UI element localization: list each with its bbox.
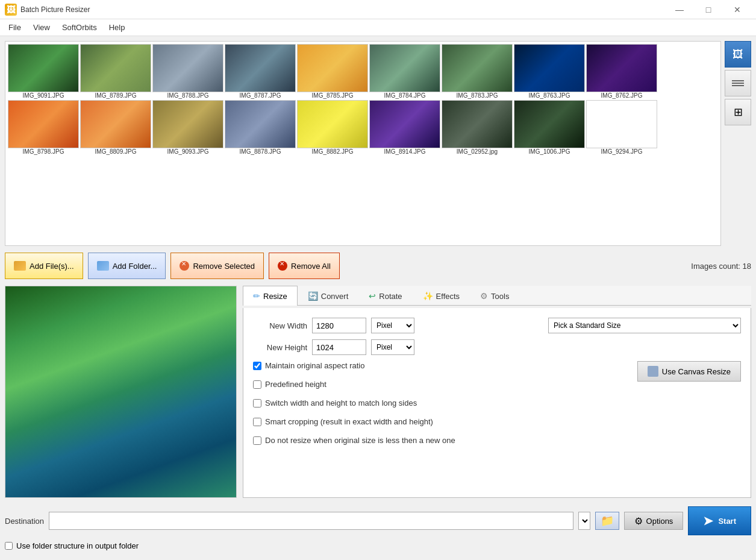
preview-panel — [5, 286, 237, 498]
window-controls: — □ ✕ — [666, 0, 751, 19]
settings-panel: ✏ Resize 🔄 Convert ↩ Rotate ✨ Effects — [243, 286, 751, 498]
new-height-input[interactable] — [312, 339, 366, 355]
tab-rotate[interactable]: ↩ Rotate — [358, 286, 412, 306]
gallery-item[interactable]: IMG_8914.JPG — [369, 100, 440, 155]
maintain-aspect-checkbox[interactable] — [253, 362, 261, 370]
use-folder-label: Use folder structure in output folder — [16, 541, 139, 550]
smart-cropping-checkbox[interactable] — [253, 418, 261, 426]
predefined-height-row: Predefined height — [253, 380, 628, 389]
menu-help[interactable]: Help — [103, 20, 131, 34]
start-button[interactable]: ➤ Start — [688, 506, 751, 535]
browse-icon: 📁 — [601, 514, 614, 527]
gallery-item[interactable]: IMG_8789.JPG — [80, 44, 151, 99]
right-col: Use Canvas Resize — [637, 361, 741, 382]
maintain-aspect-row: Maintain original aspect ratio — [253, 361, 628, 370]
maintain-aspect-label: Maintain original aspect ratio — [265, 361, 364, 370]
grid-view-button[interactable]: ⊞ — [725, 99, 751, 125]
new-width-input[interactable] — [312, 318, 366, 333]
do-not-resize-label: Do not resize when original size is less… — [265, 436, 455, 445]
gallery-item[interactable]: IMG_9093.JPG — [152, 100, 223, 155]
menu-file[interactable]: File — [2, 20, 27, 34]
gallery-item[interactable]: IMG_8882.JPG — [297, 100, 368, 155]
app-title: Batch Picture Resizer — [20, 5, 666, 14]
destination-bar: Destination 📁 ⚙ Options ➤ Start — [5, 503, 751, 539]
list-icon — [732, 80, 744, 86]
browse-button[interactable]: 📁 — [595, 512, 619, 530]
predefined-height-label: Predefined height — [265, 380, 326, 389]
new-width-label: New Width — [253, 321, 307, 330]
maximize-button[interactable]: □ — [695, 0, 722, 19]
tab-effects[interactable]: ✨ Effects — [413, 286, 470, 306]
gallery-item[interactable]: IMG_8763.JPG — [514, 44, 585, 99]
minimize-button[interactable]: — — [666, 0, 693, 19]
bottom-section: Destination 📁 ⚙ Options ➤ Start — [5, 503, 751, 555]
gallery-item[interactable]: IMG_8785.JPG — [297, 44, 368, 99]
grid-icon: ⊞ — [734, 105, 743, 119]
smart-cropping-row: Smart cropping (result in exact width an… — [253, 417, 628, 426]
new-height-row: New Height Pixel Percent cm inch — [253, 339, 741, 355]
switch-width-height-checkbox[interactable] — [253, 399, 261, 407]
do-not-resize-checkbox[interactable] — [253, 436, 261, 445]
add-files-button[interactable]: Add File(s)... — [5, 253, 83, 279]
gallery-item[interactable]: IMG_8784.JPG — [369, 44, 440, 99]
new-width-row: New Width Pixel Percent cm inch Pick a S… — [253, 318, 741, 333]
gallery-item[interactable]: IMG_8788.JPG — [152, 44, 223, 99]
rotate-icon: ↩ — [369, 291, 376, 301]
images-count: Images count: 18 — [691, 262, 751, 271]
tab-tools[interactable]: ⚙ Tools — [470, 286, 519, 306]
remove-all-button[interactable]: Remove All — [269, 253, 340, 279]
new-height-label: New Height — [253, 343, 307, 352]
app-icon: 🖼 — [5, 4, 17, 16]
destination-input[interactable] — [49, 512, 573, 530]
add-folder-button[interactable]: Add Folder... — [88, 253, 166, 279]
remove-selected-icon — [180, 261, 189, 271]
smart-cropping-label: Smart cropping (result in exact width an… — [265, 417, 433, 426]
thumbnail-icon: 🖼 — [733, 48, 743, 61]
tabs: ✏ Resize 🔄 Convert ↩ Rotate ✨ Effects — [243, 286, 751, 306]
canvas-resize-icon — [648, 366, 658, 377]
menu-view[interactable]: View — [27, 20, 56, 34]
options-button[interactable]: ⚙ Options — [624, 512, 684, 530]
convert-icon: 🔄 — [308, 291, 318, 301]
standard-size-select[interactable]: Pick a Standard Size 800x600 1024x768 12… — [548, 318, 741, 333]
list-view-button[interactable] — [725, 70, 751, 96]
gallery-item[interactable]: IMG_8809.JPG — [80, 100, 151, 155]
gallery-item[interactable]: IMG_8878.JPG — [225, 100, 296, 155]
thumbnail-view-button[interactable]: 🖼 — [725, 41, 751, 68]
remove-all-icon — [278, 261, 287, 271]
gallery-item[interactable]: IMG_8762.JPG — [586, 44, 657, 99]
gallery-item[interactable]: IMG_8787.JPG — [225, 44, 296, 99]
gallery-item[interactable]: IMG_9294.JPG — [586, 100, 657, 155]
gallery: IMG_9091.JPG IMG_8789.JPG IMG_8788.JPG I… — [5, 41, 721, 246]
checkboxes-col: Maintain original aspect ratio Predefine… — [253, 361, 628, 450]
tab-resize[interactable]: ✏ Resize — [243, 286, 298, 306]
destination-dropdown[interactable] — [578, 512, 590, 530]
titlebar: 🖼 Batch Picture Resizer — □ ✕ — [0, 0, 756, 19]
start-arrow-icon: ➤ — [703, 514, 713, 528]
menubar: File View SoftOrbits Help — [0, 19, 756, 36]
do-not-resize-row: Do not resize when original size is less… — [253, 436, 628, 445]
menu-softorbits[interactable]: SoftOrbits — [56, 20, 103, 34]
effects-icon: ✨ — [423, 291, 433, 301]
gallery-item[interactable]: IMG_9091.JPG — [8, 44, 79, 99]
new-width-unit-select[interactable]: Pixel Percent cm inch — [371, 318, 414, 333]
use-folder-row: Use folder structure in output folder — [5, 541, 751, 555]
toolbar: Add File(s)... Add Folder... Remove Sele… — [5, 251, 751, 281]
switch-width-height-row: Switch width and height to match long si… — [253, 398, 628, 407]
gallery-item[interactable]: IMG_1006.JPG — [514, 100, 585, 155]
gallery-item[interactable]: IMG_02952.jpg — [442, 100, 513, 155]
view-buttons-panel: 🖼 ⊞ — [725, 41, 751, 246]
tab-convert[interactable]: 🔄 Convert — [298, 286, 359, 306]
add-folder-icon — [97, 261, 109, 271]
resize-icon: ✏ — [253, 291, 260, 301]
gallery-item[interactable]: IMG_8783.JPG — [442, 44, 513, 99]
gallery-item[interactable]: IMG_8798.JPG — [8, 100, 79, 155]
add-files-icon — [14, 261, 26, 271]
new-height-unit-select[interactable]: Pixel Percent cm inch — [371, 339, 414, 355]
remove-selected-button[interactable]: Remove Selected — [170, 253, 264, 279]
tab-content-resize: New Width Pixel Percent cm inch Pick a S… — [243, 308, 751, 498]
predefined-height-checkbox[interactable] — [253, 380, 261, 389]
close-button[interactable]: ✕ — [723, 0, 751, 19]
canvas-resize-button[interactable]: Use Canvas Resize — [637, 361, 741, 382]
use-folder-checkbox[interactable] — [5, 542, 13, 550]
